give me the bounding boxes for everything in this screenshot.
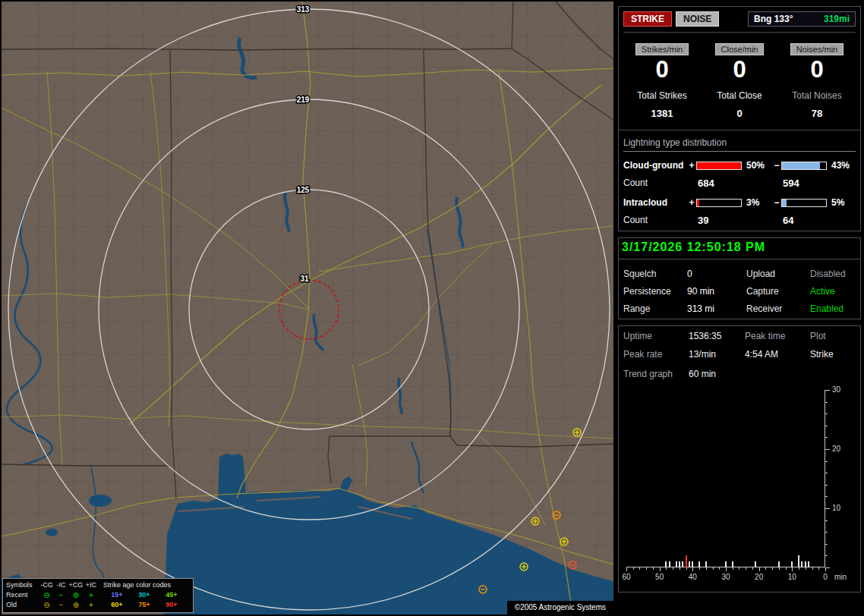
x-axis-tick: [686, 567, 687, 570]
trend-graph-window: 60 min: [689, 369, 856, 379]
y-axis-tick: [825, 520, 828, 521]
cg-negative-bar: [781, 162, 827, 170]
x-axis-tick: [713, 567, 714, 570]
legend-row-old-label: Old: [6, 600, 39, 610]
y-axis-tick-label: 10: [832, 504, 840, 512]
legend-header-age-codes: Strike age color codes: [103, 580, 185, 590]
ic-positive-bar: [696, 199, 742, 207]
plot-value: Strike: [810, 349, 856, 360]
range-value: 313 mi: [687, 303, 746, 314]
x-axis-tick: [752, 567, 753, 570]
y-axis-tick: [825, 496, 828, 497]
age-code-75: 75+: [131, 600, 158, 610]
old-pos-ic-icon: +: [84, 600, 99, 610]
old-neg-ic-icon: −: [54, 600, 68, 610]
ring-label-313: 313: [297, 5, 310, 14]
x-axis-tick: [653, 567, 654, 570]
old-pos-cg-icon: ⊕: [68, 600, 84, 610]
close-per-min-value: 0: [701, 57, 778, 83]
ic-negative-pct: 5%: [828, 197, 854, 208]
total-strikes-label: Total Strikes: [623, 90, 701, 101]
x-axis-tick: [666, 567, 667, 570]
cg-positive-bar: [696, 162, 742, 170]
mode-header: STRIKE NOISE Bng 133° 319mi: [623, 11, 856, 33]
intracloud-count-row: Count 39 64: [623, 215, 856, 226]
noises-per-min-label: Noises/min: [790, 43, 844, 55]
intracloud-row: Intracloud + 3% − 5%: [623, 197, 856, 208]
x-axis-tick-label: 60: [620, 573, 633, 581]
cg-negative-count: 594: [772, 178, 856, 189]
total-strikes: Total Strikes 1381: [623, 90, 701, 119]
close-per-min-label: Close/min: [715, 43, 765, 55]
x-axis-tick-label: 0: [818, 573, 832, 581]
peak-rate-value: 13/min: [689, 349, 745, 360]
datetime-display: 3/17/2026 12:50:18 PM: [622, 240, 765, 253]
cg-positive-count: 684: [687, 178, 772, 189]
minus-sign: −: [772, 197, 781, 208]
age-code-15: 15+: [103, 590, 131, 600]
legend-header-nic: -IC: [54, 580, 68, 590]
range-label: Range: [623, 303, 687, 314]
y-axis-tick: [825, 390, 830, 391]
legend-header-ncg: -CG: [39, 580, 54, 590]
uptime-value: 1536:35: [689, 331, 745, 341]
old-neg-cg-icon: ⊖: [39, 600, 54, 610]
persistence-value: 90 min: [687, 286, 746, 297]
x-axis-tick: [733, 567, 733, 570]
datetime-strip: 3/17/2026 12:50:18 PM: [619, 238, 860, 259]
trend-spike: [778, 561, 780, 567]
y-axis-tick: [825, 413, 828, 414]
total-close-label: Total Close: [701, 90, 778, 101]
x-axis-tick: [626, 567, 627, 571]
trend-spike: [705, 561, 707, 567]
y-axis-tick: [825, 555, 828, 556]
trend-spike: [755, 561, 756, 567]
total-noises-value: 78: [778, 108, 856, 119]
cg-negative-pct: 43%: [828, 160, 854, 171]
x-axis-tick-label: 10: [785, 573, 799, 581]
trend-graph-plot: 3020106050403020100min: [626, 390, 825, 567]
trend-spike: [801, 561, 803, 567]
status-box: 3/17/2026 12:50:18 PM Squelch 0 Upload D…: [618, 237, 861, 319]
age-code-30: 30+: [131, 590, 158, 600]
x-axis-tick-label: 40: [686, 573, 699, 581]
recent-pos-cg-icon: ⊕: [68, 590, 84, 600]
trend-spike: [692, 561, 693, 567]
cg-positive-pct: 50%: [743, 160, 772, 171]
control-panel: STRIKE NOISE Bng 133° 319mi Strikes/min …: [616, 0, 862, 616]
ring-label-125: 125: [297, 186, 310, 194]
counters-box: STRIKE NOISE Bng 133° 319mi Strikes/min …: [618, 6, 861, 231]
bearing-label: Bng 133°: [754, 14, 793, 24]
persistence-label: Persistence: [623, 286, 687, 297]
map-legend: Symbols -CG -IC +CG +IC Strike age color…: [2, 578, 194, 613]
noise-button[interactable]: NOISE: [676, 11, 719, 27]
strike-button[interactable]: STRIKE: [623, 11, 672, 27]
plot-label: Plot: [810, 331, 856, 341]
count-label: Count: [623, 215, 687, 226]
cloud-ground-count-row: Count 684 594: [623, 178, 856, 189]
distribution-title: Lightning type distribution: [623, 137, 856, 152]
total-strikes-value: 1381: [623, 108, 701, 119]
total-noises: Total Noises 78: [778, 90, 856, 119]
trend-spike: [791, 561, 793, 567]
strikes-per-min-label: Strikes/min: [635, 43, 689, 55]
age-code-60: 60+: [103, 600, 131, 610]
trend-spike: [676, 561, 677, 567]
x-axis-tick: [818, 567, 819, 570]
x-axis-tick: [706, 567, 707, 570]
intracloud-label: Intracloud: [623, 197, 687, 208]
lightning-map[interactable]: 313 219 125 31 Symbols -CG -IC +CG +IC S…: [2, 2, 613, 614]
close-per-min-counter: Close/min 0: [701, 42, 778, 83]
x-axis-tick: [779, 567, 780, 570]
trend-spike: [805, 561, 806, 567]
y-axis-tick: [825, 508, 830, 509]
capture-status: Active: [810, 286, 856, 297]
cloud-ground-row: Cloud-ground + 50% − 43%: [623, 160, 856, 171]
x-axis-unit: min: [834, 573, 847, 581]
y-axis-tick-label: 30: [832, 385, 840, 394]
settings-grid: Squelch 0 Upload Disabled Persistence 90…: [623, 269, 856, 314]
receiver-status: Enabled: [810, 303, 856, 314]
noises-per-min-value: 0: [778, 57, 856, 83]
x-axis-tick: [646, 567, 647, 570]
x-axis-tick: [699, 567, 700, 570]
